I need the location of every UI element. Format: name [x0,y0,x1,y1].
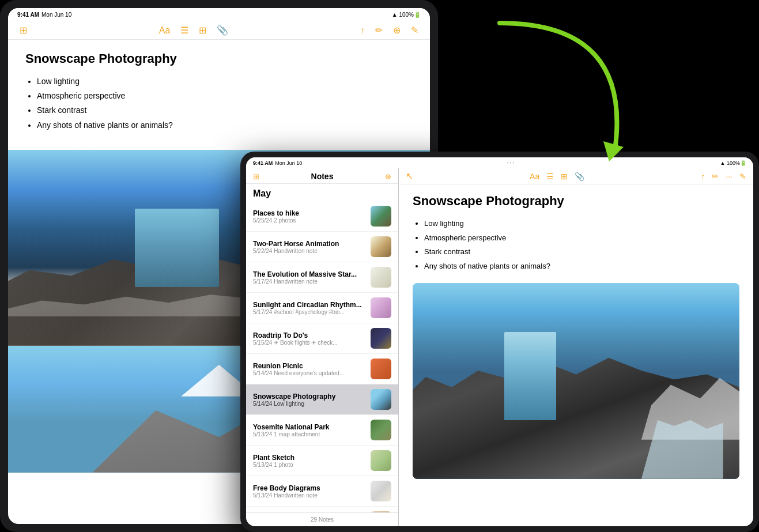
note-item-meta: 5/15/24 ✈ Book flights ✈ check... [253,339,366,346]
note-item[interactable]: The Evolution of Massive Star...5/17/24 … [246,262,398,293]
detail-more-icon[interactable]: ··· [726,172,732,181]
ipad-back-wifi-icon: ▲ 100%🔋 [392,12,421,18]
checklist-icon[interactable]: ☰ [180,25,188,36]
note-item[interactable]: Free Body Diagrams5/13/24 Handwritten no… [246,476,398,507]
note-thumbnail [371,359,391,379]
note-item-content: Places to hike5/25/24 2 photos [253,209,366,224]
note-item-content: Two-Part Horse Animation5/22/24 Handwrit… [253,240,366,254]
sidebar-title: Notes [259,172,385,181]
note-item[interactable]: Places to hike5/25/24 2 photos [246,201,398,232]
month-header: May [246,184,398,201]
detail-bullet-4: Any shots of native plants or animals? [424,259,739,274]
note-detail-title: Snowscape Photography [413,194,739,209]
detail-toolbar-right-group: ↑ ✏ ··· ✎ [701,172,746,181]
note-item-title: Reunion Picnic [253,362,366,370]
notes-sidebar: ⊞ Notes ⊕ May Places to hike5/25/24 2 ph… [246,168,399,526]
note-thumbnail [371,420,391,440]
note-item-content: Sunlight and Circadian Rhythm...5/17/24 … [253,301,366,315]
more-options-icon[interactable]: ⊕ [385,172,391,181]
note-item[interactable]: Sunlight and Circadian Rhythm...5/17/24 … [246,293,398,323]
note-list: Places to hike5/25/24 2 photosTwo-Part H… [246,201,398,512]
detail-share-icon[interactable]: ↑ [701,172,705,181]
note-item-title: Plant Sketch [253,454,366,462]
note-item-content: Yosemite National Park5/13/24 1 map atta… [253,423,366,437]
note-detail-bullets: Low lighting Atmospheric perspective Sta… [413,217,739,274]
note-item-meta: 5/17/24 Handwritten note [253,278,366,285]
note-item-title: Two-Part Horse Animation [253,240,366,248]
note-item-title: Places to hike [253,209,366,217]
note-thumbnail [371,236,391,257]
note-thumbnail [371,389,391,410]
detail-markup-icon[interactable]: ✏ [712,172,719,181]
note-item-title: Sunlight and Circadian Rhythm... [253,301,366,309]
ipad-front-main-area: ⊞ Notes ⊕ May Places to hike5/25/24 2 ph… [246,168,753,526]
note-item[interactable]: Two-Part Horse Animation5/22/24 Handwrit… [246,232,398,262]
note-thumbnail [371,297,391,318]
note-item-title: Yosemite National Park [253,423,366,431]
font-icon[interactable]: Aa [159,25,171,36]
note-item-content: Free Body Diagrams5/13/24 Handwritten no… [253,484,366,499]
note-item[interactable]: Yosemite National Park5/13/24 1 map atta… [246,415,398,446]
detail-compose-icon[interactable]: ✎ [739,172,746,181]
sidebar-toggle-icon[interactable]: ⊞ [253,172,259,181]
note-item-content: Reunion Picnic5/14/24 Need everyone's up… [253,362,366,376]
note-thumbnail [371,206,391,227]
note-item-content: Roadtrip To Do's5/15/24 ✈ Book flights ✈… [253,331,366,346]
ipad-front: 9:41 AM Mon Jun 10 ··· ▲ 100%🔋 ⊞ Notes ⊕… [240,152,759,532]
note-item-title: The Evolution of Massive Star... [253,270,366,278]
detail-bullet-1: Low lighting [424,217,739,231]
ipad-back-toolbar: ⊞ Aa ☰ ⊞ 📎 ↑ ✏ ⊕ ✎ [8,21,430,40]
bullet-1: Low lighting [37,74,413,89]
table-icon[interactable]: ⊞ [199,25,206,36]
sidebar-toggle-icon[interactable]: ⊞ [20,25,27,36]
note-item-meta: 5/22/24 Handwritten note [253,248,366,254]
note-item[interactable]: Reunion Picnic5/14/24 Need everyone's up… [246,354,398,384]
note-item-meta: 5/13/24 Handwritten note [253,492,366,499]
note-item[interactable]: Plant Sketch5/13/24 1 photo [246,446,398,476]
bullet-4: Any shots of native plants or animals? [37,118,413,133]
ipad-back-note-title: Snowscape Photography [25,51,413,66]
ipad-back-status-bar: 9:41 AM Mon Jun 10 ▲ 100%🔋 [8,8,430,21]
sidebar-header: ⊞ Notes ⊕ [246,168,398,184]
note-item[interactable]: Snowscape Photography5/14/24 Low lightin… [246,384,398,415]
ipad-back-bullet-list: Low lighting Atmospheric perspective Sta… [25,74,413,133]
detail-bullet-2: Atmospheric perspective [424,231,739,246]
note-item-meta: 5/14/24 Need everyone's updated... [253,370,366,376]
note-thumbnail [371,511,391,512]
sidebar-footer: 29 Notes [246,512,398,526]
attachment-icon[interactable]: 📎 [217,25,228,36]
note-thumbnail [371,328,391,349]
bullet-2: Atmospheric perspective [37,89,413,103]
note-item-title: Free Body Diagrams [253,484,366,492]
note-item-content: Plant Sketch5/13/24 1 photo [253,454,366,468]
note-item-meta: 5/13/24 1 map attachment [253,431,366,437]
ipad-front-date: Mon Jun 10 [275,160,302,166]
ipad-front-time: 9:41 AM [253,160,273,166]
note-item-meta: 5/13/24 1 photo [253,462,366,468]
note-thumbnail [371,267,391,288]
note-item[interactable]: Roadtrip To Do's5/15/24 ✈ Book flights ✈… [246,323,398,354]
detail-bullet-3: Stark contrast [424,245,739,259]
green-arrow [471,12,644,173]
note-detail-content: Snowscape Photography Low lighting Atmos… [399,184,753,526]
bullet-3: Stark contrast [37,103,413,118]
emoji-icon[interactable]: ⊕ [393,25,401,36]
ipad-back-time: 9:41 AM [17,12,39,18]
compose-icon[interactable]: ✎ [411,25,418,36]
svg-marker-0 [603,141,624,161]
note-item-meta: 5/17/24 #school #psychology #bio... [253,309,366,315]
note-item-content: Snowscape Photography5/14/24 Low lightin… [253,393,366,407]
note-detail: ↖ Aa ☰ ⊞ 📎 ↑ ✏ ··· ✎ [399,168,753,526]
note-thumbnail [371,450,391,471]
ipad-front-screen: 9:41 AM Mon Jun 10 ··· ▲ 100%🔋 ⊞ Notes ⊕… [246,157,753,526]
ipad-back-content: Snowscape Photography Low lighting Atmos… [8,40,430,144]
note-item-meta: 5/25/24 2 photos [253,217,366,224]
share-icon[interactable]: ↑ [360,25,365,36]
note-item-title: Roadtrip To Do's [253,331,366,339]
note-item-meta: 5/14/24 Low lighting [253,401,366,407]
note-item[interactable]: Customized Filtration... [246,507,398,512]
back-arrow-icon[interactable]: ↖ [406,171,413,182]
ipad-front-wifi-icon: ▲ 100%🔋 [720,160,746,166]
note-item-content: The Evolution of Massive Star...5/17/24 … [253,270,366,285]
markup-icon[interactable]: ✏ [375,25,383,36]
